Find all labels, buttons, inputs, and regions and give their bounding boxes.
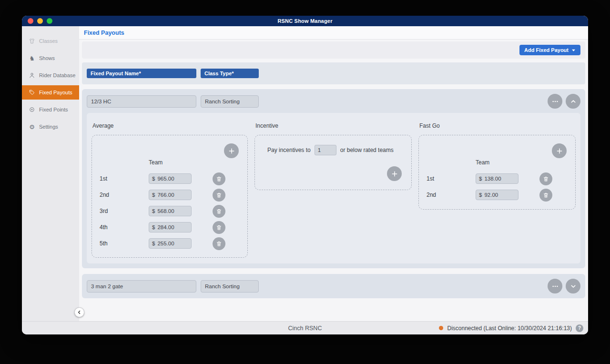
payout-card-expanded: Average Team 1st $ (82, 89, 585, 268)
add-fast-go-place-button[interactable] (552, 143, 567, 158)
payout-place-row: 3rd $ 568.00 (92, 203, 247, 219)
amount-value: 965.00 (157, 176, 174, 182)
plus-icon (391, 170, 398, 178)
place-label: 3rd (100, 208, 149, 214)
ellipsis-icon (551, 98, 559, 105)
price-tag-icon (28, 89, 36, 96)
place-label: 2nd (427, 192, 476, 198)
sidebar-item-settings[interactable]: ⚙ Settings (22, 120, 79, 134)
incentive-rating-input[interactable] (315, 145, 336, 155)
app-name-label: Cinch RSNC (288, 325, 322, 332)
payout-detail-panel: Average Team 1st $ (87, 113, 580, 263)
class-type-input[interactable] (201, 95, 259, 108)
sidebar: Classes ♞ Shows Rider Database Fixed Pay… (22, 26, 79, 321)
sidebar-item-label: Fixed Points (39, 107, 68, 112)
incentive-label: Incentive (255, 122, 412, 129)
delete-row-button[interactable] (213, 205, 225, 218)
gear-icon: ⚙ (28, 123, 36, 131)
delete-row-button[interactable] (539, 189, 552, 202)
amount-value: 568.00 (157, 208, 174, 214)
team-column-header: Team (149, 159, 247, 166)
collapse-card-button[interactable] (566, 94, 580, 109)
zoom-window-button[interactable] (47, 18, 52, 24)
add-incentive-button[interactable] (387, 166, 402, 181)
delete-row-button[interactable] (539, 172, 552, 185)
ellipsis-icon (551, 283, 559, 290)
payout-place-row: 2nd $ 92.00 (419, 187, 575, 203)
amount-field[interactable]: $ 284.00 (149, 222, 192, 233)
sidebar-collapse-button[interactable] (74, 307, 84, 317)
sidebar-item-label: Rider Database (39, 72, 75, 78)
card-actions (548, 279, 580, 293)
sidebar-item-label: Shows (39, 55, 55, 61)
delete-row-button[interactable] (213, 221, 225, 234)
delete-row-button[interactable] (213, 172, 225, 185)
column-header-class-type: Class Type* (201, 69, 259, 78)
close-window-button[interactable] (28, 18, 33, 24)
classes-icon (28, 37, 36, 45)
place-label: 2nd (100, 192, 149, 198)
class-type-input[interactable] (201, 280, 259, 293)
amount-value: 284.00 (157, 224, 174, 230)
more-options-button[interactable] (548, 279, 562, 293)
amount-field[interactable]: $ 766.00 (149, 190, 192, 200)
delete-row-button[interactable] (213, 189, 225, 202)
sidebar-item-label: Settings (39, 124, 58, 130)
delete-row-button[interactable] (213, 237, 225, 250)
trash-icon (543, 176, 549, 182)
more-options-button[interactable] (548, 94, 562, 109)
payout-card-header-row (87, 279, 580, 293)
incentive-line: Pay incentives to or below rated teams (255, 135, 411, 155)
amount-field[interactable]: $ 255.00 (149, 238, 192, 249)
sidebar-item-label: Classes (39, 38, 58, 44)
amount-field[interactable]: $ 92.00 (476, 190, 518, 200)
place-label: 1st (100, 175, 149, 182)
place-label: 5th (100, 240, 149, 247)
help-button[interactable]: ? (576, 324, 583, 332)
sidebar-item-fixed-payouts[interactable]: Fixed Payouts (22, 85, 79, 100)
add-average-place-button[interactable] (224, 143, 239, 158)
sidebar-item-fixed-points[interactable]: Fixed Points (22, 102, 79, 117)
titlebar: RSNC Show Manager (22, 16, 588, 26)
sidebar-item-classes[interactable]: Classes (22, 34, 79, 48)
connection-status-text: Disconnected (Last Online: 10/30/2024 21… (447, 325, 572, 332)
currency-symbol: $ (152, 208, 155, 214)
minimize-window-button[interactable] (37, 18, 43, 24)
trash-icon (216, 224, 222, 231)
sidebar-item-shows[interactable]: ♞ Shows (22, 51, 79, 65)
column-header-name: Fixed Payout Name* (87, 69, 196, 78)
card-actions (548, 94, 580, 109)
currency-symbol: $ (479, 176, 482, 182)
chevron-left-icon (77, 310, 82, 315)
trash-icon (216, 192, 222, 198)
sidebar-item-rider-database[interactable]: Rider Database (22, 68, 79, 82)
amount-field[interactable]: $ 138.00 (476, 173, 518, 184)
incentive-section: Incentive Pay incentives to or below rat… (254, 119, 412, 258)
add-fixed-payout-button[interactable]: Add Fixed Payout (519, 45, 580, 55)
amount-value: 255.00 (157, 241, 174, 246)
average-label: Average (92, 122, 248, 129)
person-icon (28, 71, 36, 79)
page-header: Fixed Payouts (79, 26, 588, 40)
amount-field[interactable]: $ 965.00 (149, 173, 192, 184)
column-headers: Fixed Payout Name* Class Type* (82, 62, 585, 84)
amount-value: 138.00 (484, 176, 501, 182)
disconnected-dot-icon (439, 326, 443, 330)
chevron-up-icon (569, 98, 577, 105)
payout-card-header-row (87, 94, 580, 109)
expand-card-button[interactable] (566, 279, 580, 293)
trash-icon (216, 241, 222, 247)
payout-name-input[interactable] (87, 95, 196, 108)
plus-icon (556, 147, 563, 155)
place-label: 4th (100, 224, 149, 231)
main-content: Fixed Payouts Add Fixed Payout Fixed Pay… (79, 26, 588, 321)
amount-value: 766.00 (157, 192, 174, 198)
team-column-header: Team (476, 159, 575, 166)
amount-field[interactable]: $ 568.00 (149, 206, 192, 216)
payout-place-row: 2nd $ 766.00 (92, 187, 247, 203)
payout-name-input[interactable] (87, 280, 196, 293)
window-title: RSNC Show Manager (277, 18, 332, 24)
toolbar: Add Fixed Payout (82, 41, 585, 59)
trash-icon (216, 176, 222, 182)
status-bar: Cinch RSNC Disconnected (Last Online: 10… (22, 321, 588, 334)
